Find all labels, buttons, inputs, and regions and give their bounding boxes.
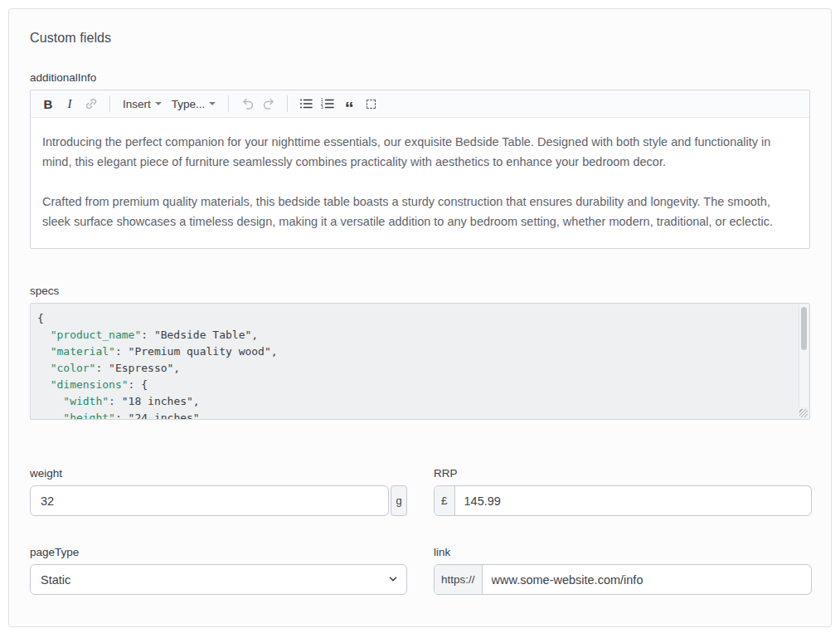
row-weight-rrp: weight g RRP £ [30, 467, 810, 516]
field-link: link https:// [434, 546, 812, 595]
field-specs: specs { "product_name": "Bedside Table",… [30, 285, 810, 420]
currency-addon: £ [435, 486, 455, 515]
numbered-list-icon: 1 2 3 [321, 98, 334, 110]
weight-unit-addon: g [391, 485, 407, 516]
chevron-down-icon [209, 102, 216, 105]
row-pagetype-link: pageType Static link https:// [30, 546, 810, 595]
editor-paragraph: Introducing the perfect companion for yo… [42, 132, 798, 172]
scrollbar-track[interactable] [799, 304, 808, 407]
insert-menu-label: Insert [123, 98, 151, 110]
weight-label: weight [30, 467, 407, 480]
page-type-select[interactable]: Static [30, 564, 407, 595]
link-label: link [434, 546, 812, 558]
bold-button[interactable]: B [37, 93, 59, 114]
editor-paragraph: Crafted from premium quality materials, … [42, 192, 798, 231]
layout-button[interactable] [360, 93, 381, 114]
page-type-label: pageType [30, 546, 407, 558]
type-menu-button[interactable]: Type... [167, 93, 221, 114]
custom-fields-card: Custom fields additionalInfo B I [8, 8, 832, 627]
scrollbar-thumb[interactable] [801, 307, 807, 350]
undo-icon [240, 97, 255, 110]
bulleted-list-button[interactable] [295, 93, 317, 114]
redo-icon [262, 97, 276, 110]
toolbar-divider [228, 95, 229, 112]
additional-info-label: additionalInfo [30, 71, 810, 84]
italic-button[interactable]: I [59, 93, 80, 114]
link-icon [85, 97, 98, 110]
blockquote-icon: “ [345, 105, 354, 113]
chevron-down-icon [155, 102, 162, 105]
specs-code-editor[interactable]: { "product_name": "Bedside Table", "mate… [30, 303, 810, 420]
toolbar-divider [109, 95, 110, 112]
link-input[interactable] [483, 565, 811, 594]
layout-icon [367, 100, 376, 109]
resize-grip-icon[interactable] [799, 409, 808, 417]
blockquote-button[interactable]: “ [338, 93, 360, 114]
protocol-addon: https:// [435, 565, 483, 594]
redo-button[interactable] [258, 93, 279, 114]
rich-text-editor: B I Insert [30, 90, 810, 249]
editor-content[interactable]: Introducing the perfect companion for yo… [31, 118, 809, 248]
editor-toolbar: B I Insert [31, 90, 809, 118]
page: Custom fields additionalInfo B I [0, 0, 840, 638]
undo-button[interactable] [236, 93, 258, 114]
rrp-input[interactable] [455, 486, 811, 515]
rrp-label: RRP [434, 467, 812, 480]
section-title: Custom fields [30, 31, 810, 46]
type-menu-label: Type... [172, 98, 206, 110]
link-button[interactable] [80, 93, 102, 114]
toolbar-divider [287, 95, 288, 112]
weight-input[interactable] [30, 485, 389, 516]
field-rrp: RRP £ [434, 467, 812, 516]
field-weight: weight g [30, 467, 407, 516]
numbered-list-button[interactable]: 1 2 3 [317, 93, 338, 114]
specs-label: specs [30, 285, 810, 297]
field-page-type: pageType Static [30, 546, 407, 595]
svg-text:3: 3 [321, 105, 323, 110]
field-additional-info: additionalInfo B I [30, 71, 810, 249]
bulleted-list-icon [299, 98, 313, 110]
insert-menu-button[interactable]: Insert [118, 93, 167, 114]
specs-code[interactable]: { "product_name": "Bedside Table", "mate… [31, 304, 799, 419]
